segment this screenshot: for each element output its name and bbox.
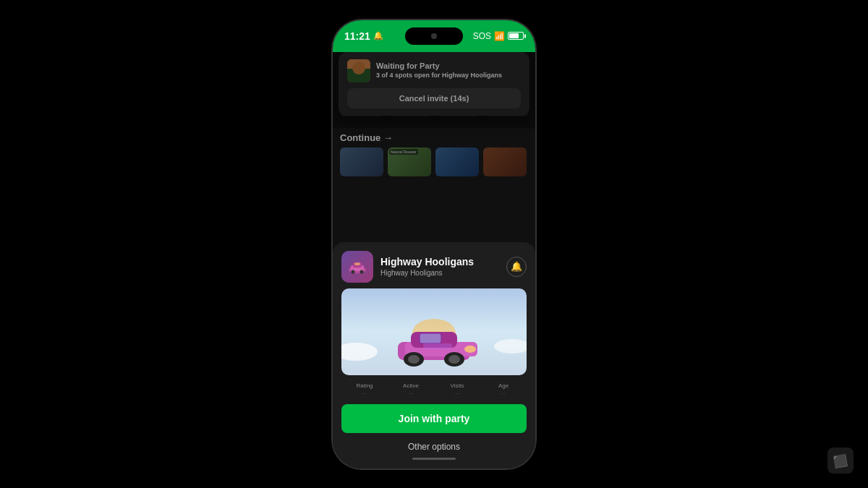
stat-label-visits: Visits [434, 382, 480, 389]
svg-point-3 [352, 270, 355, 273]
time-display: 11:21 [344, 30, 370, 42]
game-name: Highway Hooligans [380, 256, 499, 267]
bell-icon: 🔔 [511, 261, 522, 272]
notification-toggle-button[interactable]: 🔔 [506, 257, 527, 277]
app-body: Olympic World... 👍 82% 👤 119 🔔UniversalC… [333, 52, 535, 468]
stats-row: Rating ··· Active ··· Visits ··· Age ··· [333, 382, 535, 404]
sos-indicator: SOS [473, 31, 491, 41]
roblox-icon: ⬛ [833, 453, 849, 468]
status-time: 11:21 🔔 [344, 30, 383, 42]
age-stat: Age ··· [480, 382, 527, 397]
home-bar [412, 458, 456, 460]
svg-rect-16 [423, 343, 452, 349]
battery-icon [508, 32, 524, 40]
game-car-illustration [383, 312, 485, 369]
roblox-logo-corner: ⬛ [827, 448, 854, 474]
status-right: SOS 📶 [473, 31, 524, 41]
join-party-button[interactable]: Join with party [341, 404, 527, 433]
stat-value-visits: ··· [434, 390, 480, 397]
stat-value-active: ··· [388, 390, 434, 397]
visits-stat: Visits ··· [434, 382, 480, 397]
game-banner-image [341, 288, 527, 375]
status-bar: 11:21 🔔 SOS 📶 [333, 20, 535, 52]
stat-value-rating: ··· [341, 390, 388, 397]
notch-dot [431, 33, 437, 39]
svg-point-14 [448, 355, 460, 364]
stat-label-rating: Rating [341, 382, 388, 389]
svg-rect-10 [420, 333, 441, 343]
cloud-decoration-right [494, 339, 527, 354]
signal-icon: 📶 [494, 31, 505, 41]
home-indicator [333, 455, 535, 463]
stat-label-active: Active [388, 382, 434, 389]
game-icon-inner [341, 251, 373, 283]
stat-label-age: Age [480, 382, 527, 389]
game-icon [341, 251, 373, 283]
phone-frame: 11:21 🔔 SOS 📶 Olympic Wor [333, 20, 535, 468]
game-info: Highway Hooligans Highway Hooligans [380, 256, 499, 277]
svg-point-13 [408, 355, 420, 364]
sheet-header: Highway Hooligans Highway Hooligans 🔔 [333, 242, 535, 288]
bell-status-icon: 🔔 [373, 31, 383, 40]
rating-stat: Rating ··· [341, 382, 388, 397]
cloud-decoration-left [341, 343, 378, 361]
svg-point-4 [360, 270, 364, 273]
svg-point-15 [464, 346, 476, 353]
active-stat: Active ··· [388, 382, 434, 397]
svg-point-5 [354, 262, 360, 265]
game-sheet: Highway Hooligans Highway Hooligans 🔔 [333, 242, 535, 468]
stat-value-age: ··· [480, 390, 527, 397]
other-options-button[interactable]: Other options [333, 439, 535, 455]
game-subtitle: Highway Hooligans [380, 269, 499, 277]
car-icon [346, 260, 368, 274]
notch [405, 27, 463, 45]
